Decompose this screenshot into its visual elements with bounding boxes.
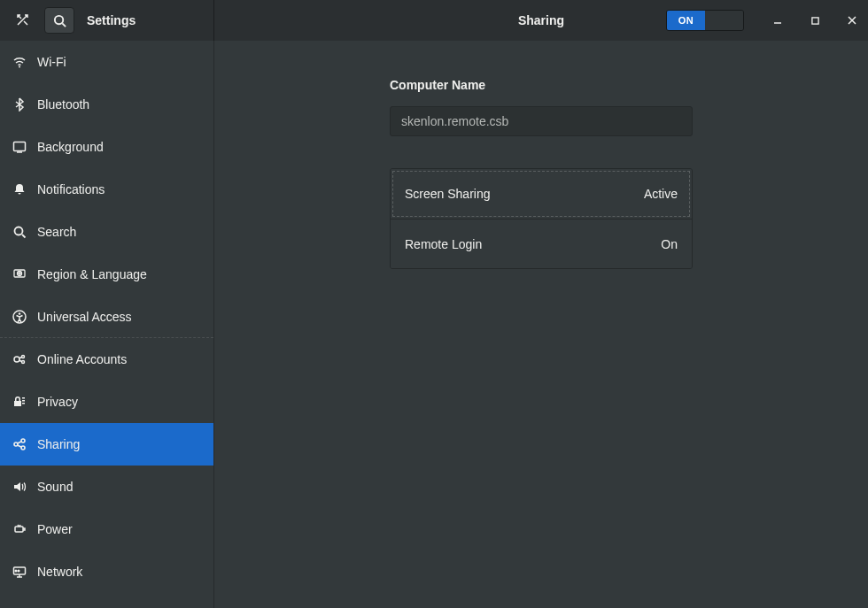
computer-name-input[interactable] [390, 106, 693, 136]
wifi-icon [12, 54, 27, 70]
row-value: Active [644, 187, 678, 201]
maximize-button[interactable] [806, 12, 824, 29]
search-button[interactable] [44, 7, 74, 34]
search-icon [12, 224, 27, 240]
sidebar-item-bluetooth[interactable]: Bluetooth [0, 83, 213, 126]
svg-point-9 [14, 357, 19, 362]
main-panel: Computer Name Screen SharingActiveRemote… [214, 41, 868, 608]
bluetooth-icon [12, 96, 27, 112]
toggle-off-side [705, 11, 743, 30]
sidebar-item-sound[interactable]: Sound [0, 466, 213, 508]
svg-rect-18 [15, 527, 23, 532]
minimize-button[interactable] [769, 12, 787, 29]
svg-point-15 [14, 443, 18, 446]
toggle-on-label: ON [667, 11, 705, 30]
sidebar-item-region-language[interactable]: Region & Language [0, 253, 213, 296]
svg-point-11 [22, 361, 25, 364]
row-label: Remote Login [405, 237, 482, 251]
sidebar-item-wi-fi[interactable]: Wi-Fi [0, 41, 213, 83]
app-title: Settings [87, 13, 136, 27]
header-left: Settings [0, 0, 214, 41]
sharing-row-remote-login[interactable]: Remote LoginOn [391, 219, 692, 268]
svg-rect-3 [14, 142, 26, 151]
svg-point-2 [19, 66, 20, 68]
globe-icon [12, 266, 27, 282]
svg-rect-12 [22, 397, 25, 399]
power-icon [12, 521, 27, 537]
sidebar-item-online-accounts[interactable]: Online Accounts [0, 338, 213, 381]
background-icon [12, 139, 27, 155]
window-controls [769, 12, 861, 29]
sidebar-item-privacy[interactable]: Privacy [0, 381, 213, 423]
sidebar-item-label: Sound [37, 480, 73, 494]
header-bar: Settings Sharing ON [0, 0, 868, 41]
close-button[interactable] [843, 12, 861, 29]
share-icon [12, 436, 27, 452]
svg-point-20 [15, 570, 17, 572]
sidebar-item-notifications[interactable]: Notifications [0, 168, 213, 211]
svg-point-10 [22, 356, 25, 358]
computer-name-label: Computer Name [390, 78, 693, 92]
sidebar-item-label: Region & Language [37, 267, 147, 281]
sidebar: Wi-FiBluetoothBackgroundNotificationsSea… [0, 41, 214, 608]
sound-icon [12, 479, 27, 495]
svg-rect-13 [22, 400, 25, 402]
sidebar-item-label: Background [37, 140, 104, 154]
sidebar-item-label: Wi-Fi [37, 55, 66, 69]
sidebar-item-label: Privacy [37, 395, 78, 409]
sidebar-item-power[interactable]: Power [0, 508, 213, 550]
header-right: Sharing ON [214, 0, 868, 41]
svg-point-21 [18, 570, 19, 572]
sidebar-item-sharing[interactable]: Sharing [0, 423, 213, 466]
sidebar-item-universal-access[interactable]: Universal Access [0, 296, 213, 338]
settings-app-icon [5, 12, 41, 28]
sidebar-item-label: Notifications [37, 182, 105, 196]
sharing-options-list: Screen SharingActiveRemote LoginOn [390, 168, 693, 269]
accessibility-icon [12, 309, 27, 325]
sidebar-item-label: Universal Access [37, 310, 132, 324]
sidebar-item-label: Network [37, 565, 82, 579]
sharing-master-toggle[interactable]: ON [666, 10, 744, 31]
sharing-row-screen-sharing[interactable]: Screen SharingActive [391, 169, 692, 219]
svg-point-4 [15, 227, 23, 235]
row-value: On [661, 237, 678, 251]
sidebar-item-label: Search [37, 225, 76, 239]
sidebar-item-label: Online Accounts [37, 352, 127, 366]
svg-rect-1 [811, 17, 818, 23]
svg-rect-14 [22, 403, 25, 404]
sidebar-item-label: Sharing [37, 437, 80, 451]
svg-point-0 [54, 15, 62, 23]
bell-icon [12, 181, 27, 197]
panel-title: Sharing [518, 13, 564, 27]
privacy-icon [12, 394, 27, 410]
sidebar-item-label: Power [37, 522, 73, 536]
sidebar-item-network[interactable]: Network [0, 550, 213, 593]
sidebar-item-background[interactable]: Background [0, 126, 213, 168]
online-icon [12, 351, 27, 367]
network-icon [12, 564, 27, 580]
sidebar-item-search[interactable]: Search [0, 211, 213, 253]
row-label: Screen Sharing [405, 187, 491, 201]
svg-point-8 [19, 312, 21, 315]
sidebar-item-label: Bluetooth [37, 97, 89, 112]
